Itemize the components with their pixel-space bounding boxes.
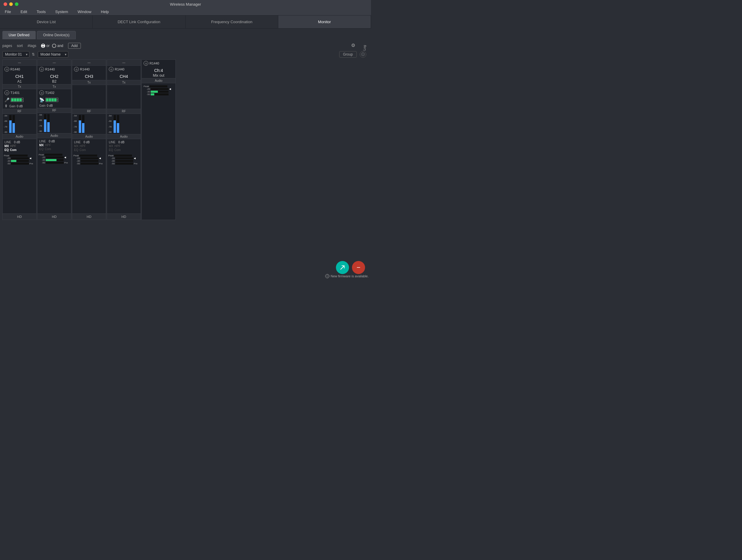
ch3-com-label: Com: [80, 148, 86, 152]
tab-dect-link[interactable]: DECT Link Configuration: [93, 15, 186, 28]
ch3-collapse-icon[interactable]: ─: [88, 60, 91, 65]
group-button[interactable]: Group: [339, 51, 357, 58]
ch1-eq-label: EQ: [4, 148, 9, 152]
mixout-am-20-row: -20 ◀: [144, 88, 174, 90]
sort-select[interactable]: Model Name: [38, 51, 68, 58]
remove-button[interactable]: −: [352, 261, 365, 274]
ch2-am-20-bar: [46, 156, 64, 158]
ch1-collapse-icon[interactable]: ─: [18, 60, 21, 65]
ch3-tx-empty: [72, 85, 106, 109]
mixout-peak-row: Peak: [144, 85, 174, 88]
tab-device-list[interactable]: Device List: [0, 15, 93, 28]
mixout-am-50-label: -50: [144, 93, 150, 96]
ch3-am-20-label: -20: [73, 157, 80, 160]
minimize-button[interactable]: [9, 2, 13, 6]
ch4-rf-val1: -54: [108, 114, 112, 117]
ch1-com-label: Com: [10, 148, 16, 152]
ch1-rf-bar1: [9, 115, 12, 133]
ch1-mx-line: MX HPF: [4, 144, 35, 148]
menu-help[interactable]: Help: [99, 9, 111, 14]
radio-or-circle[interactable]: [41, 44, 45, 48]
tab-frequency[interactable]: Frequency Coordination: [186, 15, 278, 28]
ch2-peak-bar: [45, 154, 62, 156]
mixout-device-icon: ◎: [144, 61, 148, 66]
add-tag-button[interactable]: Add: [68, 43, 81, 49]
menu-system[interactable]: System: [54, 9, 70, 14]
ch3-header: ─: [72, 60, 106, 66]
mixout-am-arrow: ◀: [169, 88, 171, 90]
sort-direction-icon: ⇅: [32, 52, 35, 56]
sort-select-wrapper: Model Name: [38, 51, 68, 58]
ch1-mic-icon: 🎤: [4, 98, 9, 102]
mixout-am-20-bar: [151, 88, 168, 90]
ch3-line-val: 0 dB: [84, 141, 90, 144]
ch3-audio-label: Audio: [72, 134, 106, 139]
settings-icon[interactable]: ⚙: [350, 42, 357, 49]
traffic-lights: [4, 2, 18, 6]
menu-tools[interactable]: Tools: [35, 9, 47, 14]
radio-group: or and: [41, 44, 63, 48]
ch2-eq-label: EQ: [39, 148, 43, 151]
ch2-am-30-row: -30: [39, 159, 70, 161]
ch4-rf-bar2: [117, 115, 119, 133]
ch4-peak-label: Peak: [108, 154, 114, 157]
ch4-audio-line: LINE 0 dB: [109, 140, 139, 144]
radio-and[interactable]: and: [52, 44, 63, 48]
ch2-device-icon: ◎: [39, 67, 44, 72]
ch2-gain-label: Gain: [39, 104, 46, 107]
ch3-hd: HD: [72, 213, 106, 220]
ch2-gain-val: 0 dB: [47, 104, 53, 107]
ch2-battery: [46, 98, 58, 102]
ch3-am-30-row: -30: [73, 160, 105, 162]
ch3-am-20-bar: [81, 157, 98, 159]
ch4-mx-label: MX: [109, 145, 113, 148]
menu-window[interactable]: Window: [76, 9, 93, 14]
app-title: Wireless Manager: [170, 2, 201, 7]
ch2-collapse-icon[interactable]: ─: [53, 60, 56, 65]
menu-file[interactable]: File: [3, 9, 13, 14]
ch1-gain-label: Gain: [9, 105, 15, 108]
ch4-am-50-row: -50 Pre: [108, 162, 140, 165]
ch2-rf-val3: -78: [39, 124, 42, 127]
radio-and-circle[interactable]: [52, 44, 56, 48]
mixout-device-row: ◎ R1440: [142, 60, 175, 67]
ch3-line-key: LINE: [74, 141, 82, 144]
ch3-device-icon: ◎: [74, 67, 79, 72]
ch4-rf-meters: -54 -66 -78 -90: [107, 114, 141, 134]
mixout-peak-label: Peak: [144, 85, 149, 88]
ch1-battery: [11, 98, 23, 102]
radio-or[interactable]: or: [41, 44, 50, 48]
ch1-device-name: R1440: [10, 67, 20, 71]
sub-tab-online-devices[interactable]: Online Device(s): [37, 31, 76, 39]
ch1-tx-row: ◎ T1401: [3, 89, 36, 96]
mixout-am-50-bar: [151, 93, 168, 96]
menu-edit[interactable]: Edit: [19, 9, 29, 14]
action-button[interactable]: [336, 261, 349, 274]
info-button[interactable]: ⓘ: [360, 51, 366, 58]
ch4-audio-section: LINE 0 dB MX HPF EQ Com: [107, 139, 141, 153]
ch1-gain-mic-icon: 🎙: [4, 104, 8, 108]
channel-card-ch3: ─ ◎ R1440 CH3 Tx RF -54 -66 -78 -90: [72, 59, 106, 220]
ch3-am-30-label: -30: [73, 160, 80, 162]
ch2-tx-row: ◎ T1402: [38, 89, 71, 96]
ch3-mx-line: MX HPF: [74, 144, 104, 148]
sub-tab-user-defined[interactable]: User Defined: [2, 31, 36, 39]
ch4-tx-empty: [107, 85, 141, 109]
page-select[interactable]: Monitor 01: [2, 51, 30, 58]
tab-monitor[interactable]: Monitor: [278, 15, 371, 28]
maximize-button[interactable]: [15, 2, 18, 6]
ch3-eq-line: EQ Com: [74, 148, 104, 152]
ch3-tx-label: Tx: [72, 80, 106, 85]
ch1-name: CH1: [3, 73, 36, 79]
ch2-audio-label: Audio: [38, 133, 71, 138]
radio-and-label: and: [57, 44, 63, 48]
ch1-mx-label: MX: [4, 145, 9, 148]
mixout-meters: Peak -20 ◀ -30 -50: [142, 83, 175, 98]
ch4-am-30-bar: [115, 160, 133, 162]
log-button[interactable]: Log: [363, 42, 366, 51]
ch3-name: CH3: [72, 73, 106, 79]
ch1-rf-val4: -90: [4, 131, 7, 133]
ch4-collapse-icon[interactable]: ─: [122, 60, 125, 65]
close-button[interactable]: [4, 2, 7, 6]
ch1-rf-labels: -54 -66 -78 -90: [4, 114, 7, 133]
